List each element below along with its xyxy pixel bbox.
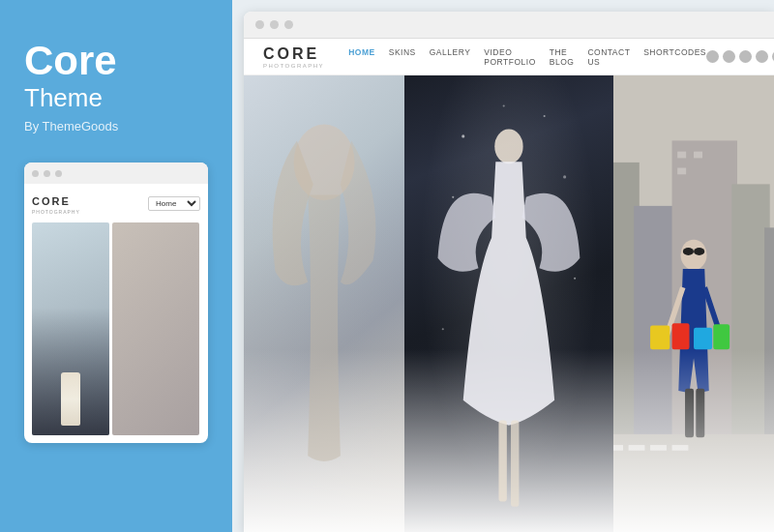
nav-social-icons xyxy=(706,50,774,63)
gallery-image-2 xyxy=(404,75,613,532)
facebook-icon[interactable] xyxy=(723,50,735,63)
svg-point-36 xyxy=(683,248,694,255)
mini-gallery xyxy=(32,222,200,435)
mini-image-left xyxy=(32,222,109,435)
large-browser: CORE PHOTOGRAPHY HOME SKINS GALLERY VIDE… xyxy=(244,12,774,532)
mini-logo: CORE PHOTOGRAPHY xyxy=(32,192,80,215)
gallery-grid xyxy=(244,75,774,532)
svg-point-27 xyxy=(680,240,706,270)
svg-rect-15 xyxy=(731,184,769,532)
svg-point-7 xyxy=(442,328,444,330)
gallery-figure-1 xyxy=(244,75,404,532)
svg-rect-31 xyxy=(696,389,704,438)
svg-point-2 xyxy=(544,115,546,117)
nav-item-shortcodes[interactable]: SHORTCODES xyxy=(643,47,706,67)
large-browser-nav: CORE PHOTOGRAPHY HOME SKINS GALLERY VIDE… xyxy=(244,39,774,75)
svg-rect-30 xyxy=(685,389,694,438)
mini-dot-3 xyxy=(55,170,62,177)
svg-rect-25 xyxy=(650,445,667,451)
svg-point-8 xyxy=(494,130,522,164)
mini-browser-titlebar xyxy=(24,163,208,184)
mini-browser-body: CORE PHOTOGRAPHY Home About Gallery xyxy=(24,184,208,435)
svg-point-1 xyxy=(461,134,464,137)
theme-title: Core xyxy=(24,39,208,83)
pinterest-icon[interactable] xyxy=(756,50,768,63)
gallery-image-3 xyxy=(613,75,774,532)
svg-point-37 xyxy=(694,248,704,255)
svg-rect-21 xyxy=(677,168,686,175)
twitter-icon[interactable] xyxy=(706,50,719,63)
gallery-city-bg xyxy=(613,75,774,532)
svg-rect-19 xyxy=(677,152,686,159)
svg-point-5 xyxy=(563,175,566,178)
nav-items: HOME SKINS GALLERY VIDEO PORTFOLIO THE B… xyxy=(348,47,706,67)
large-browser-titlebar xyxy=(244,12,774,39)
nav-item-blog[interactable]: THE BLOG xyxy=(550,47,575,67)
svg-point-3 xyxy=(503,104,505,106)
svg-rect-32 xyxy=(650,325,670,349)
mini-figure xyxy=(61,372,80,426)
nav-item-gallery[interactable]: GALLERY xyxy=(430,47,471,67)
svg-rect-9 xyxy=(499,421,507,502)
gallery-figure-2 xyxy=(404,75,613,532)
mini-browser-preview: CORE PHOTOGRAPHY Home About Gallery xyxy=(24,163,208,443)
mini-image-right xyxy=(112,222,199,435)
svg-rect-20 xyxy=(694,152,702,159)
svg-rect-24 xyxy=(629,445,645,451)
theme-by: By ThemeGoods xyxy=(24,119,208,133)
nav-item-skins[interactable]: SKINS xyxy=(389,47,416,67)
svg-rect-34 xyxy=(694,328,712,349)
svg-rect-22 xyxy=(613,434,774,532)
large-dot-1 xyxy=(255,20,264,29)
theme-subtitle: Theme xyxy=(24,83,208,113)
gallery-image-1 xyxy=(244,75,404,532)
svg-point-6 xyxy=(574,278,576,280)
google-plus-icon[interactable] xyxy=(739,50,752,63)
large-dot-2 xyxy=(270,20,279,29)
svg-rect-13 xyxy=(634,206,677,532)
mini-dot-1 xyxy=(32,170,39,177)
mini-nav-select[interactable]: Home About Gallery xyxy=(148,196,200,211)
gallery-content xyxy=(244,75,774,532)
right-panel: CORE PHOTOGRAPHY HOME SKINS GALLERY VIDE… xyxy=(232,0,774,532)
svg-rect-23 xyxy=(613,445,623,451)
svg-rect-10 xyxy=(511,421,519,507)
svg-rect-33 xyxy=(671,323,689,349)
mini-dot-2 xyxy=(44,170,50,177)
nav-item-home[interactable]: HOME xyxy=(348,47,375,67)
large-logo: CORE PHOTOGRAPHY xyxy=(263,45,348,69)
left-panel: Core Theme By ThemeGoods CORE PHOTOGRAPH… xyxy=(0,0,232,532)
large-dot-3 xyxy=(284,20,293,29)
nav-item-contact[interactable]: CONTACT US xyxy=(587,47,630,67)
svg-rect-16 xyxy=(764,227,774,532)
svg-rect-35 xyxy=(713,324,729,349)
svg-point-4 xyxy=(452,196,454,198)
mini-nav: CORE PHOTOGRAPHY Home About Gallery xyxy=(32,192,200,215)
nav-item-video[interactable]: VIDEO PORTFOLIO xyxy=(484,47,535,67)
svg-rect-26 xyxy=(671,445,688,451)
